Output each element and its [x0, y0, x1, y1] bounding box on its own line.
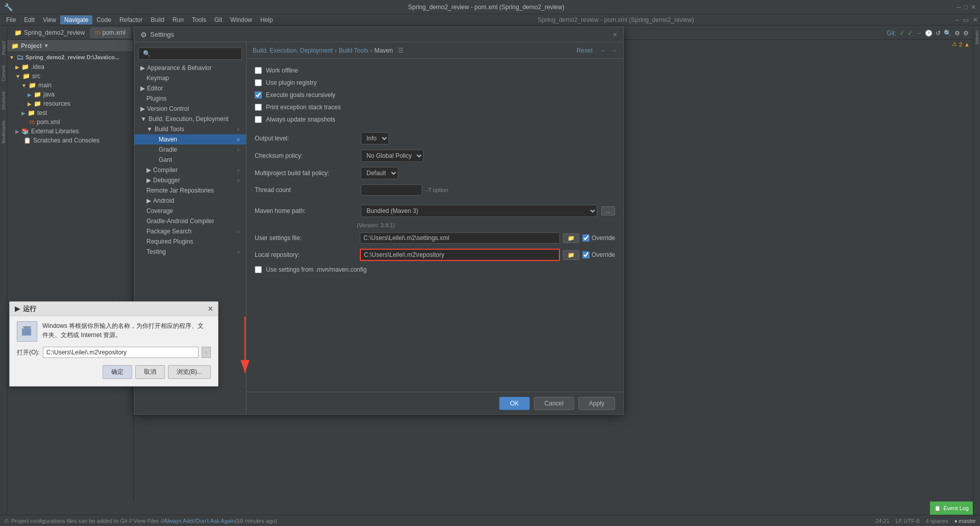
- menu-window[interactable]: Window: [226, 15, 256, 25]
- git-clock[interactable]: 🕐: [925, 30, 933, 37]
- maven-home-select[interactable]: Bundled (Maven 3): [361, 205, 597, 217]
- dialog-close-btn[interactable]: ×: [613, 31, 617, 39]
- nav-gradle-android[interactable]: Gradle-Android Compiler: [134, 216, 246, 226]
- git-branch[interactable]: ♦ master: [954, 518, 976, 524]
- git-checkmark1[interactable]: ✓: [899, 30, 904, 37]
- max-btn[interactable]: □: [964, 4, 968, 11]
- breadcrumb-build-tools[interactable]: Build Tools: [339, 47, 369, 54]
- breadcrumb-build-exec[interactable]: Build, Execution, Deployment: [253, 47, 333, 54]
- git-checkmark2[interactable]: ✓: [908, 30, 913, 37]
- multiproject-fail-select[interactable]: Default: [361, 167, 398, 179]
- apply-button[interactable]: Apply: [578, 397, 615, 410]
- nav-build-exec-deploy[interactable]: ▼ Build, Execution, Deployment: [134, 114, 246, 124]
- nav-required-plugins[interactable]: Required Plugins: [134, 236, 246, 247]
- execute-goals-checkbox[interactable]: [255, 91, 262, 99]
- maven-home-browse-btn[interactable]: ...: [601, 206, 615, 216]
- git-settings[interactable]: ⚙: [954, 30, 960, 37]
- dont-ask-link[interactable]: Don't Ask Again: [196, 518, 235, 524]
- min-btn[interactable]: ─: [957, 4, 961, 11]
- run-browse-btn[interactable]: 浏览(B)...: [168, 365, 211, 379]
- tree-root[interactable]: ▼ 🗂 Spring_demo2_review D:\Java\co...: [7, 52, 133, 62]
- local-repo-input[interactable]: [360, 249, 560, 261]
- tree-idea[interactable]: ▶ 📁 .idea: [7, 62, 133, 71]
- reset-link[interactable]: Reset: [577, 47, 593, 54]
- nav-compiler[interactable]: ▶ Compiler ≡: [134, 165, 246, 175]
- nav-appearance[interactable]: ▶ Appearance & Behavior: [134, 63, 246, 73]
- nav-testing[interactable]: Testing ≡: [134, 247, 246, 257]
- nav-remote-jar[interactable]: Remote Jar Repositories: [134, 185, 246, 196]
- menu-run[interactable]: Run: [168, 15, 188, 25]
- nav-back-btn[interactable]: ←: [601, 47, 607, 54]
- git-search[interactable]: 🔍: [944, 30, 951, 37]
- menu-view[interactable]: View: [39, 15, 60, 25]
- nav-coverage[interactable]: Coverage: [134, 206, 246, 216]
- user-settings-input[interactable]: [360, 232, 560, 244]
- tree-pomxml[interactable]: m pom.xml: [7, 117, 133, 127]
- run-dropdown-btn[interactable]: ▼: [202, 347, 211, 358]
- warning-expand-icon[interactable]: ▲: [964, 41, 970, 47]
- menu-help[interactable]: Help: [256, 15, 277, 25]
- always-update-checkbox[interactable]: [255, 116, 262, 123]
- ok-button[interactable]: OK: [499, 397, 529, 410]
- tree-java[interactable]: ▶ 📁 java: [7, 90, 133, 99]
- user-settings-override-checkbox[interactable]: [582, 234, 590, 242]
- tab-pomxml[interactable]: m pom.xml: [90, 27, 130, 38]
- event-log-btn[interactable]: 📋 Event Log: [930, 501, 973, 515]
- run-cancel-btn[interactable]: 取消: [135, 365, 165, 379]
- nav-gradle[interactable]: Gradle ≡: [134, 145, 246, 155]
- thread-count-input[interactable]: [361, 184, 422, 196]
- checksum-policy-select[interactable]: No Global Policy: [361, 150, 424, 162]
- local-repo-override-checkbox[interactable]: [582, 251, 590, 258]
- print-exception-checkbox[interactable]: [255, 104, 262, 111]
- nav-android[interactable]: ▶ Android: [134, 196, 246, 206]
- work-offline-checkbox[interactable]: [255, 67, 262, 74]
- close-btn[interactable]: ✕: [971, 4, 976, 11]
- nav-plugins[interactable]: Plugins: [134, 93, 246, 104]
- output-level-select[interactable]: Info: [361, 132, 389, 145]
- tree-scratches[interactable]: 📋 Scratches and Consoles: [7, 136, 133, 145]
- menu-tools[interactable]: Tools: [188, 15, 210, 25]
- window-min[interactable]: ─: [954, 16, 959, 23]
- local-repo-browse-btn[interactable]: 📁: [563, 250, 579, 260]
- sidebar-structure-icon[interactable]: Structure: [1, 91, 6, 110]
- nav-keymap[interactable]: Keymap: [134, 73, 246, 83]
- settings-search-input[interactable]: [138, 47, 242, 60]
- git-arrow-right[interactable]: →: [916, 30, 922, 37]
- tree-main[interactable]: ▼ 📁 main: [7, 81, 133, 90]
- git-undo[interactable]: ↺: [936, 30, 941, 37]
- tree-resources[interactable]: ▶ 📁 resources: [7, 99, 133, 108]
- menu-code[interactable]: Code: [92, 15, 115, 25]
- sidebar-project-icon[interactable]: Project: [1, 41, 6, 55]
- sidebar-commit-icon[interactable]: Commit: [1, 65, 6, 81]
- always-add-link[interactable]: Always Add: [164, 518, 193, 524]
- tree-external-libs[interactable]: ▶ 📚 External Libraries: [7, 127, 133, 136]
- window-max[interactable]: ▭: [963, 16, 969, 23]
- maven-sidebar-icon[interactable]: Maven: [974, 31, 979, 44]
- nav-editor[interactable]: ▶ Editor: [134, 83, 246, 93]
- user-settings-browse-btn[interactable]: 📁: [563, 233, 579, 243]
- tree-test[interactable]: ▶ 📁 test: [7, 108, 133, 117]
- menu-git[interactable]: Git: [210, 15, 226, 25]
- menu-navigate[interactable]: Navigate: [60, 15, 92, 25]
- nav-version-control[interactable]: ▶ Version Control: [134, 104, 246, 114]
- use-plugin-registry-checkbox[interactable]: [255, 79, 262, 86]
- tab-project[interactable]: 📁 Spring_demo2_review: [9, 27, 90, 38]
- run-confirm-btn[interactable]: 确定: [103, 365, 132, 379]
- nav-forward-btn[interactable]: →: [611, 47, 617, 54]
- tree-src[interactable]: ▼ 📁 src: [7, 71, 133, 81]
- nav-build-tools[interactable]: ▼ Build Tools ≡: [134, 124, 246, 134]
- cancel-button[interactable]: Cancel: [534, 397, 574, 410]
- breadcrumb-menu-icon[interactable]: ☰: [398, 47, 404, 54]
- menu-edit[interactable]: Edit: [20, 15, 39, 25]
- menu-refactor[interactable]: Refactor: [115, 15, 146, 25]
- nav-gant[interactable]: Gant: [134, 155, 246, 165]
- git-config[interactable]: ⚙: [963, 30, 969, 37]
- run-dialog-close[interactable]: ×: [208, 304, 213, 314]
- nav-debugger[interactable]: ▶ Debugger ≡: [134, 175, 246, 185]
- window-close[interactable]: ✕: [973, 16, 978, 23]
- nav-maven[interactable]: Maven ≡: [134, 134, 246, 145]
- nav-package-search[interactable]: Package Search ≡: [134, 226, 246, 236]
- use-mvn-settings-checkbox[interactable]: [255, 266, 262, 273]
- menu-build[interactable]: Build: [146, 15, 168, 25]
- menu-file[interactable]: File: [2, 15, 20, 25]
